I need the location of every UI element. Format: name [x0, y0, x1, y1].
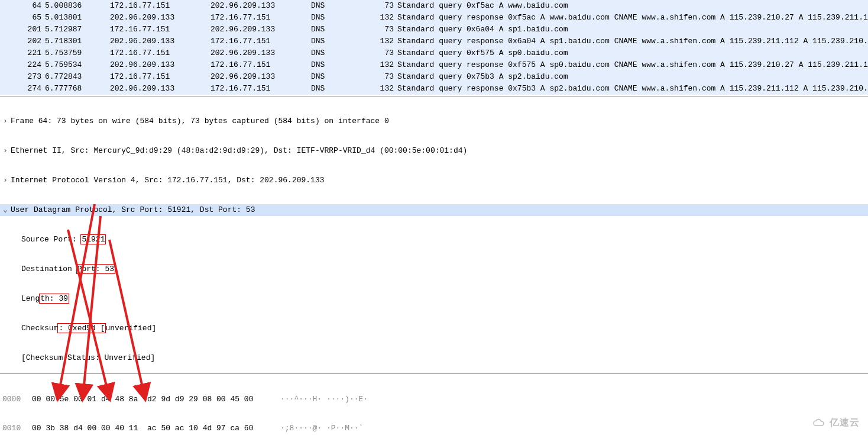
- packet-bytes[interactable]: 000000 00 5e 00 01 d4 48 8a d2 9d d9 29 …: [0, 373, 868, 435]
- packet-list[interactable]: 645.008836172.16.77.151202.96.209.133DNS…: [0, 0, 868, 96]
- packet-row[interactable]: 2746.777768202.96.209.133172.16.77.151DN…: [0, 83, 868, 95]
- tree-item-checksum[interactable]: Checksum: 0xed5d [unverified]: [0, 323, 868, 334]
- highlight-box: 51921: [80, 234, 106, 244]
- chevron-right-icon: ›: [0, 175, 11, 186]
- cloud-icon: [812, 418, 827, 428]
- packet-row[interactable]: 2245.759534202.96.209.133172.16.77.151DN…: [0, 59, 868, 71]
- col-info: Standard query 0xf5ac A www.baidu.com: [397, 0, 868, 12]
- packet-row[interactable]: 655.013801202.96.209.133172.16.77.151DNS…: [0, 12, 868, 24]
- col-destination: 202.96.209.133: [210, 0, 311, 12]
- bytes-ascii: ···^···H· ····)··E·: [280, 394, 368, 405]
- bytes-row[interactable]: 001000 3b 38 d4 00 00 40 11 ac 50 ac 10 …: [0, 423, 868, 434]
- col-length: 73: [358, 0, 397, 12]
- tree-item-checksum-status[interactable]: [Checksum Status: Unverified]: [0, 352, 868, 364]
- tree-item-frame[interactable]: ›Frame 64: 73 bytes on wire (584 bits), …: [0, 115, 868, 127]
- packet-row[interactable]: 2015.712987172.16.77.151202.96.209.133DN…: [0, 24, 868, 36]
- tree-item-length[interactable]: Length: 39: [0, 293, 868, 305]
- tree-item-srcport[interactable]: Source Port: 51921: [0, 234, 868, 246]
- bytes-hex: 00 00 5e 00 01 d4 48 8a d2 9d d9 29 08 0…: [32, 394, 280, 405]
- watermark: 亿速云: [812, 417, 860, 429]
- highlight-box: : 0xed5d [: [57, 323, 106, 333]
- highlight-box: th: 39: [39, 294, 69, 304]
- col-source: 172.16.77.151: [110, 0, 210, 12]
- tree-item-ethernet[interactable]: ›Ethernet II, Src: MercuryC_9d:d9:29 (48…: [0, 145, 868, 157]
- highlight-box: Port: 53: [76, 264, 115, 274]
- chevron-right-icon: ›: [0, 145, 11, 157]
- tree-item-ip[interactable]: ›Internet Protocol Version 4, Src: 172.1…: [0, 175, 868, 186]
- packet-row[interactable]: 645.008836172.16.77.151202.96.209.133DNS…: [0, 0, 868, 12]
- packet-row[interactable]: 2736.772843172.16.77.151202.96.209.133DN…: [0, 71, 868, 83]
- col-time: 5.008836: [45, 0, 110, 12]
- chevron-down-icon: ⌄: [0, 204, 11, 216]
- chevron-right-icon: ›: [0, 115, 11, 127]
- packet-row[interactable]: 2025.718301202.96.209.133172.16.77.151DN…: [0, 36, 868, 47]
- bytes-row[interactable]: 000000 00 5e 00 01 d4 48 8a d2 9d d9 29 …: [0, 394, 868, 405]
- tree-item-udp[interactable]: ⌄User Datagram Protocol, Src Port: 51921…: [0, 204, 868, 216]
- bytes-offset: 0000: [0, 394, 32, 405]
- packet-row[interactable]: 2215.753759172.16.77.151202.96.209.133DN…: [0, 47, 868, 59]
- col-protocol: DNS: [311, 0, 358, 12]
- packet-details[interactable]: ›Frame 64: 73 bytes on wire (584 bits), …: [0, 96, 868, 240]
- tree-item-dstport[interactable]: Destination Port: 53: [0, 263, 868, 275]
- col-no: 64: [0, 0, 45, 12]
